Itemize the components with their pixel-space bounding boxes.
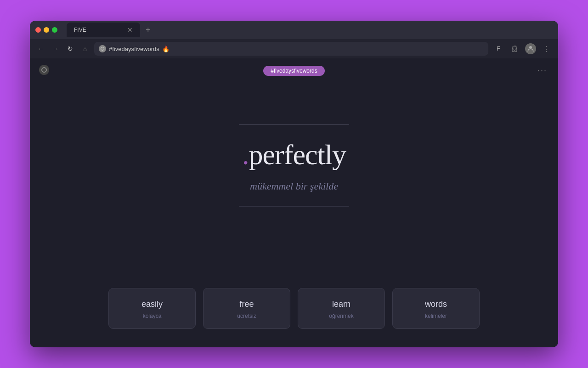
vocab-translation-words: kelimeler <box>425 313 447 319</box>
bottom-divider <box>239 206 349 207</box>
user-avatar[interactable] <box>525 43 536 54</box>
home-button[interactable]: ⌂ <box>79 43 90 54</box>
minimize-button[interactable] <box>44 27 49 33</box>
reload-button[interactable]: ↻ <box>65 43 76 54</box>
back-button[interactable]: ← <box>35 43 46 54</box>
top-divider <box>239 124 349 125</box>
address-text: #fivedaysfivewords <box>109 46 159 52</box>
puzzle-icon[interactable] <box>509 42 521 55</box>
logo-area <box>39 65 49 75</box>
close-button[interactable] <box>35 27 41 33</box>
tab-close-icon[interactable]: ✕ <box>127 27 133 33</box>
main-word: .perfectly <box>242 138 346 171</box>
nav-actions: F ⋮ <box>492 42 553 55</box>
active-tab[interactable]: FIVE ✕ <box>67 23 140 37</box>
vocab-word-words: words <box>425 299 447 309</box>
vocab-translation-free: ücretsiz <box>237 313 256 319</box>
tab-bar: FIVE ✕ + <box>67 23 553 37</box>
more-options-button[interactable]: ··· <box>537 66 547 75</box>
top-bar: #fivedaysfivewords ··· <box>30 58 558 80</box>
flame-emoji: 🔥 <box>162 46 170 52</box>
site-favicon <box>99 45 106 52</box>
browser-window: FIVE ✕ + ← → ↻ ⌂ #fivedaysfivewords 🔥 F <box>30 21 558 347</box>
svg-point-0 <box>529 46 532 49</box>
vocab-card-words[interactable]: words kelimeler <box>392 288 480 329</box>
new-tab-button[interactable]: + <box>142 25 154 35</box>
traffic-lights <box>35 27 57 33</box>
extensions-button[interactable]: F <box>492 42 505 55</box>
vocab-card-easily[interactable]: easily kolayca <box>108 288 196 329</box>
vocab-cards: easily kolayca free ücretsiz learn öğren… <box>30 288 558 347</box>
hashtag-badge[interactable]: #fivedaysfivewords <box>263 66 324 76</box>
vocab-word-learn: learn <box>332 299 351 309</box>
maximize-button[interactable] <box>52 27 57 33</box>
menu-button[interactable]: ⋮ <box>540 42 553 55</box>
tab-title: FIVE <box>74 27 124 33</box>
vocab-card-learn[interactable]: learn öğrenmek <box>298 288 385 329</box>
forward-button[interactable]: → <box>50 43 61 54</box>
vocab-translation-learn: öğrenmek <box>329 313 353 319</box>
title-bar: FIVE ✕ + <box>30 21 558 39</box>
vocab-word-easily: easily <box>141 299 163 309</box>
vocab-word-free: free <box>239 299 254 309</box>
logo-icon <box>39 65 49 75</box>
vocab-card-free[interactable]: free ücretsiz <box>203 288 290 329</box>
word-text: perfectly <box>249 139 346 170</box>
center-content: .perfectly mükemmel bir şekilde <box>239 80 349 288</box>
translation-text: mükemmel bir şekilde <box>250 180 338 192</box>
address-bar[interactable]: #fivedaysfivewords 🔥 <box>94 42 488 56</box>
nav-bar: ← → ↻ ⌂ #fivedaysfivewords 🔥 F <box>30 39 558 58</box>
page-content: #fivedaysfivewords ··· .perfectly mükemm… <box>30 58 558 347</box>
vocab-translation-easily: kolayca <box>143 313 162 319</box>
dot-prefix: . <box>242 139 249 170</box>
